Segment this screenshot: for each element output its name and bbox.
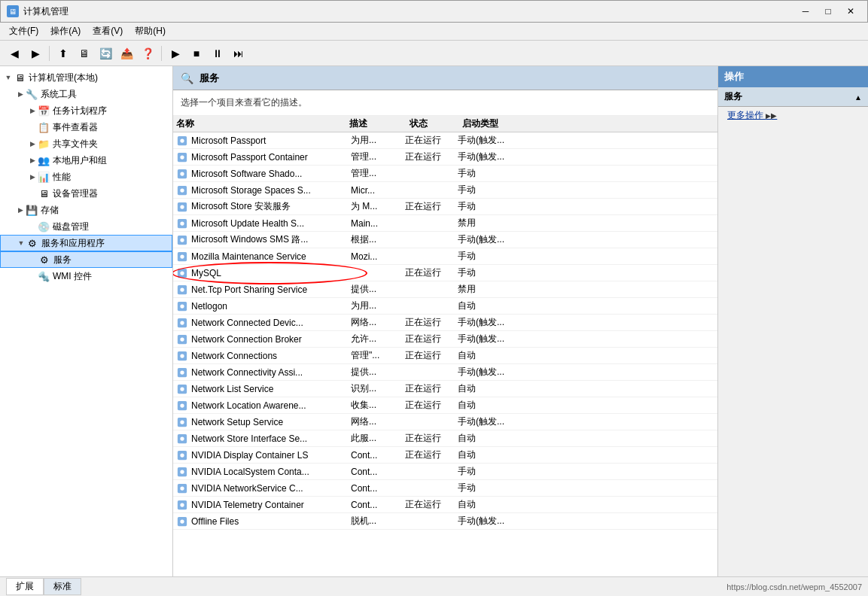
menu-item-0[interactable]: 文件(F) — [3, 23, 44, 39]
stop-button[interactable]: ■ — [187, 44, 206, 62]
service-row[interactable]: Network Store Interface Se...此服...正在运行自动 — [173, 430, 717, 447]
tree-item-event-viewer[interactable]: 📋 事件查看器 — [0, 119, 172, 135]
svg-point-25 — [180, 337, 184, 341]
minimize-button[interactable]: ─ — [795, 3, 816, 20]
service-row[interactable]: Network Setup Service网络...手动(触发... — [173, 414, 717, 430]
help-button[interactable]: ❓ — [138, 44, 157, 62]
service-row[interactable]: NVIDIA Display Container LSCont...正在运行自动 — [173, 447, 717, 464]
svg-point-9 — [180, 205, 184, 208]
service-name: Microsoft Store 安装服务 — [191, 200, 351, 213]
close-button[interactable]: ✕ — [840, 3, 861, 20]
service-row[interactable]: Microsoft Windows SMS 路...根据...手动(触发... — [173, 232, 717, 248]
tree-toggle-event — [27, 122, 38, 132]
menu-bar: 文件(F)操作(A)查看(V)帮助(H) — [0, 23, 868, 41]
service-row[interactable]: Microsoft Software Shado...管理...手动 — [173, 166, 717, 182]
tab-expand[interactable]: 扩展 — [6, 578, 44, 595]
tree-label-root: 计算机管理(本地) — [29, 71, 98, 84]
tree-item-root[interactable]: ▼ 🖥 计算机管理(本地) — [0, 69, 172, 86]
service-row[interactable]: Network Connectivity Assi...提供...手动(触发..… — [173, 364, 717, 381]
service-startup: 手动(触发... — [458, 415, 714, 428]
main-layout: ▼ 🖥 计算机管理(本地) ▶ 🔧 系统工具 ▶ 📅 任务计划程序 — [0, 66, 868, 576]
service-name: Net.Tcp Port Sharing Service — [191, 284, 351, 295]
service-startup: 手动 — [458, 184, 714, 196]
col-header-startup[interactable]: 启动类型 — [462, 117, 714, 130]
service-status: 正在运行 — [405, 316, 458, 329]
tree-item-services-apps[interactable]: ▼ ⚙ 服务和应用程序 — [0, 235, 172, 251]
menu-item-2[interactable]: 查看(V) — [87, 23, 129, 39]
service-row[interactable]: Network List Service识别...正在运行自动 — [173, 381, 717, 397]
tree-item-shared-folders[interactable]: ▶ 📁 共享文件夹 — [0, 135, 172, 152]
service-row[interactable]: Microsoft Storage Spaces S...Micr...手动 — [173, 182, 717, 199]
service-desc: 提供... — [351, 366, 405, 379]
service-icon — [176, 168, 188, 180]
maximize-button[interactable]: □ — [818, 3, 839, 20]
forward-button[interactable]: ▶ — [26, 44, 45, 62]
tree-item-task-scheduler[interactable]: ▶ 📅 任务计划程序 — [0, 102, 172, 119]
service-desc: 为用... — [351, 134, 405, 147]
service-startup: 手动(触发... — [458, 233, 714, 246]
service-desc: 网络... — [351, 415, 405, 428]
tree-item-disk-mgmt[interactable]: 💿 磁盘管理 — [0, 218, 172, 235]
services-list: Microsoft Passport为用...正在运行手动(触发... Micr… — [173, 132, 717, 576]
service-name: Network Connection Broker — [191, 334, 351, 345]
service-status: 正在运行 — [405, 134, 458, 147]
tree-item-system-tools[interactable]: ▶ 🔧 系统工具 — [0, 86, 172, 102]
service-status: 正在运行 — [405, 498, 458, 511]
service-desc: 提供... — [351, 283, 405, 296]
services-description: 选择一个项目来查看它的描述。 — [173, 90, 717, 116]
show-button[interactable]: 🖥 — [75, 44, 94, 62]
up-button[interactable]: ⬆ — [53, 44, 73, 62]
service-row[interactable]: Netlogon为用...自动 — [173, 298, 717, 315]
service-icon — [176, 317, 188, 329]
service-row[interactable]: Microsoft Passport为用...正在运行手动(触发... — [173, 132, 717, 149]
tree-item-local-users[interactable]: ▶ 👥 本地用户和组 — [0, 152, 172, 169]
tree-toggle-users: ▶ — [27, 155, 38, 166]
back-button[interactable]: ◀ — [5, 44, 24, 62]
svg-point-5 — [180, 172, 184, 175]
service-row[interactable]: Mozilla Maintenance ServiceMozi...手动 — [173, 248, 717, 265]
service-startup: 手动 — [458, 266, 714, 279]
service-row[interactable]: Network Connection Broker允许...正在运行手动(触发.… — [173, 331, 717, 348]
service-row[interactable]: Microsoft Update Health S...Main...禁用 — [173, 215, 717, 232]
service-desc: Main... — [351, 218, 405, 229]
service-row[interactable]: MySQL正在运行手动 — [173, 265, 717, 281]
col-header-status[interactable]: 状态 — [410, 117, 462, 130]
menu-item-3[interactable]: 帮助(H) — [129, 23, 172, 39]
skip-button[interactable]: ⏭ — [229, 44, 248, 62]
refresh-button[interactable]: 🔄 — [96, 44, 115, 62]
service-startup: 手动 — [458, 167, 714, 180]
tab-standard[interactable]: 标准 — [44, 578, 81, 595]
service-row[interactable]: NVIDIA Telemetry ContainerCont...正在运行自动 — [173, 497, 717, 513]
service-startup: 手动(触发... — [458, 366, 714, 379]
service-row[interactable]: Network Connections管理"...正在运行自动 — [173, 348, 717, 364]
tree-item-device-manager[interactable]: 🖥 设备管理器 — [0, 185, 172, 202]
service-row[interactable]: Net.Tcp Port Sharing Service提供...禁用 — [173, 281, 717, 298]
col-header-name[interactable]: 名称 — [176, 117, 349, 130]
service-name: NVIDIA Display Container LS — [191, 450, 351, 461]
tree-item-performance[interactable]: ▶ 📊 性能 — [0, 169, 172, 185]
status-tabs: 扩展 标准 — [6, 578, 81, 595]
menu-item-1[interactable]: 操作(A) — [44, 23, 87, 39]
service-status: 正在运行 — [405, 200, 458, 213]
service-row[interactable]: NVIDIA LocalSystem Conta...Cont...手动 — [173, 464, 717, 480]
service-row[interactable]: Network Connected Devic...网络...正在运行手动(触发… — [173, 315, 717, 331]
tree-item-wmi[interactable]: 🔩 WMI 控件 — [0, 268, 172, 284]
more-actions-link[interactable]: 更多操作 ▶ — [718, 107, 868, 124]
service-name: Network Location Awarene... — [191, 400, 351, 411]
tree-label-system-tools: 系统工具 — [41, 88, 77, 101]
service-row[interactable]: NVIDIA NetworkService C...Cont...手动 — [173, 480, 717, 497]
service-status: 正在运行 — [405, 151, 458, 163]
pause-button[interactable]: ⏸ — [208, 44, 227, 62]
tree-item-storage[interactable]: ▶ 💾 存储 — [0, 202, 172, 218]
play-button[interactable]: ▶ — [166, 44, 185, 62]
col-header-desc[interactable]: 描述 — [349, 117, 410, 130]
service-row[interactable]: Microsoft Passport Container管理...正在运行手动(… — [173, 149, 717, 166]
service-icon — [176, 449, 188, 461]
folder-icon: 📁 — [38, 138, 50, 150]
service-row[interactable]: Network Location Awarene...收集...正在运行自动 — [173, 397, 717, 414]
export-button[interactable]: 📤 — [117, 44, 136, 62]
tree-item-services[interactable]: ⚙ 服务 — [0, 251, 172, 268]
service-row[interactable]: Microsoft Store 安装服务为 M...正在运行手动 — [173, 199, 717, 215]
service-icon — [176, 217, 188, 230]
service-row[interactable]: Offline Files脱机...手动(触发... — [173, 513, 717, 530]
